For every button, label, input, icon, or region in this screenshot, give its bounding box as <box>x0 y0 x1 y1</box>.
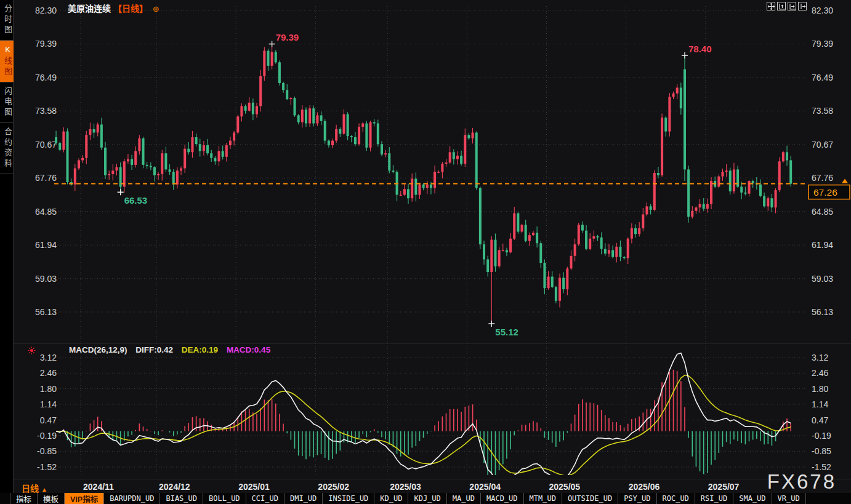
candlestick-macd-chart[interactable]: 82.3082.3079.3979.3976.4976.4973.5873.58… <box>14 0 851 479</box>
indicator-settings-icon[interactable] <box>28 346 36 357</box>
toolbar-button-bias_ud[interactable]: BIAS_UD <box>160 493 203 504</box>
sidebar-tab-1[interactable]: 分时图 <box>0 0 14 41</box>
svg-text:0.47: 0.47 <box>812 415 828 425</box>
sidebar-tab-4[interactable]: 合约资料 <box>0 123 14 174</box>
month-tick-2025-03: 2025/03 <box>390 482 421 492</box>
toolbar-button-kd_ud[interactable]: KD_UD <box>374 493 408 504</box>
toolbar-button-outside_ud[interactable]: OUTSIDE_UD <box>562 493 618 504</box>
toolbar-button-vip[interactable]: VIP指标 <box>65 493 104 504</box>
sidebar-tab-3[interactable]: 闪电图 <box>0 82 14 123</box>
toolbar-button-vr_ud[interactable]: VR_UD <box>772 493 806 504</box>
toolbar-button-psy_ud[interactable]: PSY_UD <box>618 493 656 504</box>
svg-text:79.39: 79.39 <box>812 39 833 49</box>
sidebar-tab-2[interactable]: K线图 <box>0 41 14 82</box>
toolbar-button-kdj_ud[interactable]: KDJ_UD <box>408 493 446 504</box>
svg-text:59.03: 59.03 <box>35 274 57 284</box>
toolbar-button-macd_ud[interactable]: MACD_UD <box>481 493 524 504</box>
gridlines <box>50 6 807 475</box>
svg-text:64.85: 64.85 <box>35 207 57 217</box>
svg-text:-0.19: -0.19 <box>812 431 831 441</box>
svg-text:67.26: 67.26 <box>813 187 837 198</box>
circle-plus-icon[interactable]: ⊕ <box>153 4 159 14</box>
toolbar-spacer <box>0 493 10 504</box>
month-tick-2025-04: 2025/04 <box>469 482 501 492</box>
svg-text:-0.19: -0.19 <box>37 431 57 441</box>
svg-text:1.14: 1.14 <box>40 399 57 409</box>
svg-text:64.85: 64.85 <box>812 207 833 217</box>
pan-right-icon[interactable] <box>798 2 807 10</box>
svg-text:82.30: 82.30 <box>812 6 833 15</box>
xaxis-row: 日线▲ 2024/112024/122025/012025/022025/032… <box>14 479 851 493</box>
toolbar-button-barupdn_ud[interactable]: BARUPDN_UD <box>104 493 160 504</box>
indicator-toolbar: 指标模板VIP指标BARUPDN_UDBIAS_UDBOLL_UDCCI_UDD… <box>0 493 851 504</box>
month-tick-2024-12: 2024/12 <box>159 482 190 492</box>
svg-text:3.12: 3.12 <box>812 353 828 362</box>
macd-pane <box>56 353 791 479</box>
toolbar-button-roc_ud[interactable]: ROC_UD <box>657 493 695 504</box>
period-badge: 【日线】 <box>113 4 148 14</box>
svg-text:56.13: 56.13 <box>812 307 833 317</box>
macd-value: MACD:0.45 <box>227 345 270 354</box>
macd-indicator-header: MACD(26,12,9) DIFF:0.42 DEA:0.19 MACD:0.… <box>69 345 276 354</box>
brand-watermark: FX678 <box>767 470 836 494</box>
svg-text:79.39: 79.39 <box>35 39 57 49</box>
svg-text:70.67: 70.67 <box>35 140 57 150</box>
crosshair-move-icon[interactable] <box>767 2 775 10</box>
left-sidebar: 分时图K线图闪电图合约资料 <box>0 0 14 504</box>
svg-text:67.76: 67.76 <box>35 173 57 183</box>
month-tick-2025-02: 2025/02 <box>318 482 349 492</box>
toolbar-button-cci_ud[interactable]: CCI_UD <box>246 493 284 504</box>
svg-text:78.40: 78.40 <box>688 44 712 54</box>
month-tick-2025-07: 2025/07 <box>708 482 740 492</box>
svg-text:73.58: 73.58 <box>812 106 833 116</box>
toolbar-button-[interactable]: 模板 <box>38 493 65 504</box>
svg-text:76.49: 76.49 <box>35 73 57 82</box>
toolbar-button-ma_ud[interactable]: MA_UD <box>447 493 481 504</box>
axis-labels: 82.3082.3079.3979.3976.4976.4973.5873.58… <box>35 6 833 472</box>
svg-text:-0.85: -0.85 <box>812 446 831 456</box>
svg-text:59.03: 59.03 <box>812 274 833 284</box>
month-tick-2025-01: 2025/01 <box>238 482 270 492</box>
toolbar-button-mtm_ud[interactable]: MTM_UD <box>524 493 562 504</box>
month-tick-2025-06: 2025/06 <box>629 482 660 492</box>
svg-text:73.58: 73.58 <box>35 106 57 116</box>
toolbar-button-dmi_ud[interactable]: DMI_UD <box>284 493 323 504</box>
toolbar-button-inside_ud[interactable]: INSIDE_UD <box>323 493 374 504</box>
triangle-up-icon: ▲ <box>41 486 47 493</box>
month-tick-2025-05: 2025/05 <box>549 482 581 492</box>
svg-text:61.94: 61.94 <box>35 240 57 250</box>
scale-right-icon[interactable] <box>788 2 796 10</box>
trading-app: 分时图K线图闪电图合约资料 82.3082.3079.3979.3976.497… <box>0 0 851 504</box>
svg-text:0.47: 0.47 <box>40 415 57 425</box>
toolbar-button-[interactable]: 指标 <box>10 493 38 504</box>
svg-text:76.49: 76.49 <box>812 73 833 82</box>
svg-text:55.12: 55.12 <box>495 327 518 337</box>
svg-text:1.80: 1.80 <box>40 384 57 394</box>
svg-text:2.46: 2.46 <box>40 368 57 378</box>
price-annotations: 66.5379.3955.1278.40 <box>118 32 712 337</box>
chart-toolbar-icons <box>767 2 807 10</box>
svg-text:1.14: 1.14 <box>812 399 828 409</box>
svg-text:82.30: 82.30 <box>35 6 57 15</box>
svg-text:56.13: 56.13 <box>35 307 57 317</box>
svg-text:70.67: 70.67 <box>812 140 833 150</box>
toolbar-button-rsi_ud[interactable]: RSI_UD <box>695 493 733 504</box>
svg-text:66.53: 66.53 <box>124 195 148 206</box>
month-tick-2024-11: 2024/11 <box>83 482 114 492</box>
symbol-name: 美原油连续 <box>68 4 111 14</box>
svg-text:-0.85: -0.85 <box>37 446 57 456</box>
svg-text:3.12: 3.12 <box>40 353 57 362</box>
svg-text:61.94: 61.94 <box>812 240 833 250</box>
svg-text:-1.52: -1.52 <box>37 462 57 472</box>
svg-text:2.46: 2.46 <box>812 368 828 378</box>
macd-dea-value: DEA:0.19 <box>182 345 218 354</box>
toolbar-button-boll_ud[interactable]: BOLL_UD <box>203 493 246 504</box>
macd-params: MACD(26,12,9) <box>69 345 127 354</box>
chart-region[interactable]: 82.3082.3079.3979.3976.4976.4973.5873.58… <box>14 0 851 493</box>
svg-text:79.39: 79.39 <box>276 32 299 42</box>
scale-up-icon[interactable] <box>777 2 786 10</box>
svg-text:1.80: 1.80 <box>812 384 828 394</box>
chart-title: 美原油连续 【日线】 ⊕ <box>68 2 159 14</box>
toolbar-button-sma_ud[interactable]: SMA_UD <box>733 493 772 504</box>
macd-diff-value: DIFF:0.42 <box>135 345 173 354</box>
